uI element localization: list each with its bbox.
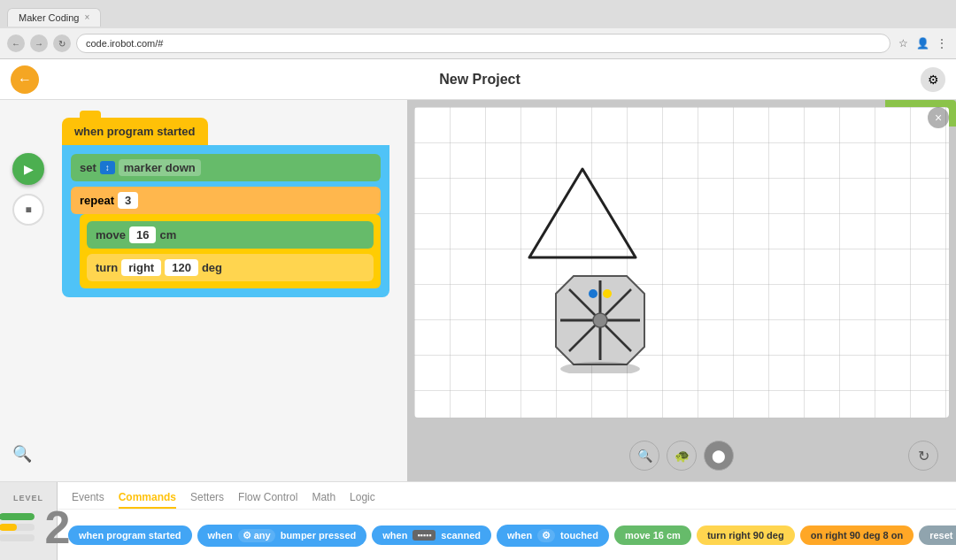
- repeat-container: repeat 3 move 16 cm t: [71, 187, 381, 288]
- back-button[interactable]: ←: [11, 65, 39, 94]
- sim-close-button[interactable]: ×: [928, 107, 949, 128]
- palette-tabs: Events Commands Setters Flow Control Mat…: [58, 482, 956, 510]
- code-panel: ▶ ■ 🔍 when program started set ↕: [0, 100, 407, 481]
- level-row-2: 2: [0, 523, 35, 532]
- triangle-drawing: [520, 160, 644, 266]
- palette-block-scanned[interactable]: when ▪▪▪▪▪ scanned: [372, 525, 491, 545]
- palette-area: Events Commands Setters Flow Control Mat…: [58, 482, 956, 560]
- svg-marker-0: [529, 169, 636, 257]
- level-row-3: 3: [0, 533, 35, 542]
- profile-icon[interactable]: 👤: [915, 36, 929, 50]
- palette-block-reset[interactable]: reset navigation: [919, 525, 956, 545]
- event-block[interactable]: when program started: [62, 118, 389, 145]
- level-label: LEVEL: [13, 494, 43, 502]
- set-marker-block[interactable]: set ↕ marker down: [71, 154, 381, 181]
- level-3-bar: [0, 534, 35, 541]
- repeat-value[interactable]: 3: [118, 192, 138, 209]
- project-title: New Project: [439, 72, 520, 87]
- circle-button[interactable]: ⬤: [704, 441, 734, 471]
- tab-bar: Maker Coding ×: [0, 0, 956, 28]
- settings-button[interactable]: ⚙: [921, 67, 945, 92]
- browser-chrome: Maker Coding × ← → ↻ ☆ 👤 ⋮: [0, 0, 956, 59]
- marker-icon: ↕: [100, 161, 115, 174]
- tab-commands[interactable]: Commands: [119, 487, 176, 509]
- browser-tab[interactable]: Maker Coding ×: [7, 8, 101, 27]
- robot: [547, 267, 653, 373]
- forward-button[interactable]: →: [30, 35, 48, 52]
- menu-icon[interactable]: ⋮: [935, 36, 949, 50]
- simulation-panel: ×: [407, 100, 956, 481]
- palette-block-bumper[interactable]: when ⚙ any bumper pressed: [197, 525, 367, 547]
- app-container: ← New Project ⚙ ▶ ■ 🔍 when program start…: [0, 59, 956, 560]
- tab-events[interactable]: Events: [72, 487, 104, 509]
- repeat-block[interactable]: repeat 3: [71, 187, 381, 214]
- tab-close-icon[interactable]: ×: [84, 12, 89, 22]
- refresh-button[interactable]: ↻: [53, 35, 71, 52]
- turn-value[interactable]: 120: [165, 259, 198, 276]
- level-rows: 1 2 3: [0, 512, 35, 542]
- turn-direction[interactable]: right: [121, 259, 161, 276]
- address-bar: ← → ↻ ☆ 👤 ⋮: [0, 28, 956, 58]
- tab-title: Maker Coding: [19, 12, 79, 23]
- tab-setters[interactable]: Setters: [190, 487, 224, 509]
- svg-point-8: [603, 289, 612, 298]
- zoom-button[interactable]: 🔍: [629, 441, 659, 471]
- palette-block-on-right[interactable]: on right 90 deg 8 on: [800, 525, 914, 545]
- move-block[interactable]: move 16 cm: [87, 221, 374, 249]
- url-bar[interactable]: [76, 34, 890, 53]
- level-box: LEVEL 1 2: [0, 482, 58, 560]
- blocks-area: when program started set ↕ marker down: [62, 118, 389, 297]
- zoom-out-icon[interactable]: 🔍: [12, 444, 32, 464]
- blocks-body: set ↕ marker down repeat 3: [62, 145, 389, 297]
- bookmark-icon[interactable]: ☆: [896, 36, 910, 50]
- tab-logic[interactable]: Logic: [350, 487, 375, 509]
- palette-block-touched[interactable]: when ⚙ touched: [497, 525, 609, 547]
- palette-block-turn[interactable]: turn right 90 deg: [697, 525, 795, 545]
- tab-flow-control[interactable]: Flow Control: [238, 487, 297, 509]
- event-block-label[interactable]: when program started: [62, 118, 208, 145]
- move-value[interactable]: 16: [129, 226, 156, 243]
- svg-point-7: [589, 289, 598, 298]
- sim-canvas: [414, 107, 949, 418]
- sim-controls: 🔍 🐢 ⬤: [629, 441, 734, 471]
- level-2-bar: [0, 524, 35, 531]
- bottom-bar: LEVEL 1 2: [0, 481, 956, 560]
- stop-button[interactable]: ■: [12, 194, 44, 226]
- browser-toolbar: ☆ 👤 ⋮: [896, 36, 949, 50]
- turtle-button[interactable]: 🐢: [667, 441, 697, 471]
- palette-blocks: when program started when ⚙ any bumper p…: [58, 510, 956, 560]
- top-bar: ← New Project ⚙: [0, 59, 956, 100]
- tab-math[interactable]: Math: [312, 487, 335, 509]
- content-area: ▶ ■ 🔍 when program started set ↕: [0, 100, 956, 481]
- palette-block-move[interactable]: move 16 cm: [614, 525, 691, 545]
- back-button[interactable]: ←: [7, 35, 25, 52]
- repeat-inner: move 16 cm turn right 120 deg: [80, 214, 381, 288]
- run-button[interactable]: ▶: [12, 153, 44, 185]
- turn-block[interactable]: turn right 120 deg: [87, 254, 374, 281]
- sim-refresh-button[interactable]: ↻: [908, 441, 938, 471]
- level-indicator: LEVEL 1 2: [0, 482, 956, 560]
- level-1-bar: [0, 513, 35, 520]
- svg-point-6: [593, 313, 607, 327]
- level-row-1: 1: [0, 512, 35, 521]
- palette-block-when-started[interactable]: when program started: [68, 525, 192, 545]
